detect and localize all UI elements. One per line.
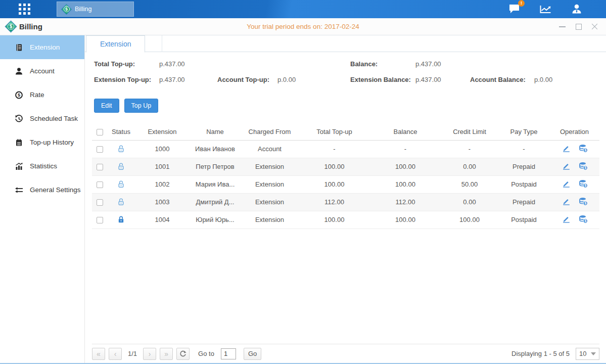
col-total-topup: Total Top-up [299,124,370,140]
svg-text:$: $ [584,184,586,188]
cell-extension: 1001 [135,158,190,175]
extension-balance-label: Extension Balance: [350,76,411,83]
topup-row-icon[interactable]: $ [579,162,588,170]
table-row: 1001Петр ПетровExtension100.00100.000.00… [92,158,599,175]
edit-row-icon[interactable] [562,161,571,170]
edit-button[interactable]: Edit [94,99,119,113]
maximize-icon[interactable] [575,23,582,30]
action-buttons: Edit Top Up [94,99,158,113]
cell-name: Петр Петров [190,158,241,175]
col-charged-from: Charged From [241,124,299,140]
topup-row-icon[interactable]: $ [579,179,588,188]
prev-page-button[interactable]: ‹ [109,348,122,360]
total-topup-label: Total Top-up: [94,60,135,68]
sidebar-item-rate[interactable]: $ Rate [0,83,84,107]
edit-row-icon[interactable] [562,197,571,206]
last-page-button[interactable]: » [160,348,173,360]
sidebar-item-general-settings[interactable]: General Settings [0,178,84,202]
cell-balance: 100.00 [370,158,441,175]
cell-total-topup: - [299,140,370,158]
row-checkbox[interactable] [97,217,103,223]
cell-credit-limit: 0.00 [441,193,498,211]
table-row: 1002Мария Ива...Extension100.00100.0050.… [92,175,599,193]
extension-topup-label: Extension Top-up: [94,76,151,83]
sidebar-item-label: Top-up History [30,139,74,146]
cell-charged-from: Extension [241,211,299,229]
main-panel: Extension Total Top-up: p.437.00 Balance… [85,35,606,363]
col-pay-type: Pay Type [498,124,549,140]
sidebar-item-statistics[interactable]: Statistics [0,154,84,178]
col-operation: Operation [549,124,599,140]
status-lock-icon [117,215,125,223]
cell-credit-limit: 50.00 [441,175,498,193]
notepad-icon [15,139,23,147]
cell-name: Мария Ива... [190,175,241,193]
minimize-icon[interactable] [559,23,566,30]
balance-label: Balance: [350,60,378,68]
status-lock-icon [117,162,125,170]
account-topup-value: p.0.00 [277,76,296,83]
first-page-button[interactable]: « [92,348,105,360]
billing-window-icon: $ [7,22,15,31]
chat-icon[interactable]: ! [509,4,521,15]
cell-extension: 1004 [135,211,190,229]
pagination-bar: « ‹ 1/1 › » Go to Go Displaying 1 - 5 of… [92,344,599,363]
account-balance-label: Account Balance: [470,76,526,83]
goto-label: Go to [198,350,214,357]
close-icon[interactable] [591,23,598,30]
window-title-group: $ Billing [7,18,42,35]
table-row: 1000Иван ИвановAccount----$ [92,140,599,158]
next-page-button[interactable]: › [143,348,156,360]
cell-charged-from: Extension [241,193,299,211]
sidebar-item-label: Account [30,67,55,75]
cell-pay-type: Postpaid [498,211,549,229]
row-checkbox[interactable] [97,164,103,170]
bar-chart-icon [15,162,23,170]
select-all-checkbox[interactable] [97,129,103,135]
line-chart-icon[interactable] [539,4,552,15]
col-name: Name [190,124,241,140]
cell-extension: 1002 [135,175,190,193]
cell-pay-type: Postpaid [498,175,549,193]
svg-text:$: $ [18,93,20,98]
sidebar-item-scheduled-task[interactable]: Scheduled Task [0,107,84,130]
row-checkbox[interactable] [97,199,103,206]
app-grid-icon[interactable] [19,4,34,15]
edit-row-icon[interactable] [562,144,571,153]
svg-text:$: $ [584,148,586,152]
pager: « ‹ 1/1 › » Go to Go [92,348,261,360]
cell-balance: 100.00 [370,175,441,193]
topup-row-icon[interactable]: $ [579,215,588,223]
displaying-text: Displaying 1 - 5 of 5 [511,350,570,357]
go-button[interactable]: Go [244,348,261,360]
taskbar-tab-billing[interactable]: $ Billing [57,2,134,17]
sidebar-item-account[interactable]: Account [0,59,84,83]
cell-credit-limit: 100.00 [441,211,498,229]
row-checkbox[interactable] [97,181,103,188]
topup-button[interactable]: Top Up [124,99,159,113]
cell-credit-limit: 0.00 [441,158,498,175]
topup-row-icon[interactable]: $ [579,197,588,206]
user-icon[interactable] [571,3,583,15]
tab-extension[interactable]: Extension [86,35,145,53]
status-lock-icon [117,180,125,188]
row-checkbox[interactable] [97,146,103,153]
total-topup-value: p.437.00 [159,60,185,68]
summary-panel: Total Top-up: p.437.00 Balance: p.437.00… [85,60,606,94]
cell-pay-type: Prepaid [498,193,549,211]
topup-row-icon[interactable]: $ [579,144,588,153]
ledger-icon [15,43,23,52]
extension-topup-value: p.437.00 [159,76,185,83]
sidebar-item-topup-history[interactable]: Top-up History [0,130,84,154]
refresh-icon [179,350,187,357]
goto-page-input[interactable] [221,348,236,359]
cell-name: Юрий Юрь... [190,211,241,229]
window-title-bar: $ Billing Your trial period ends on: 201… [0,18,606,35]
sidebar-item-extension[interactable]: Extension [0,35,84,59]
edit-row-icon[interactable] [562,214,571,223]
page-size-select[interactable]: 10 [576,348,599,360]
col-credit-limit: Credit Limit [441,124,498,140]
edit-row-icon[interactable] [562,179,571,188]
sidebar-item-label: Scheduled Task [30,115,78,122]
refresh-button[interactable] [176,348,190,360]
